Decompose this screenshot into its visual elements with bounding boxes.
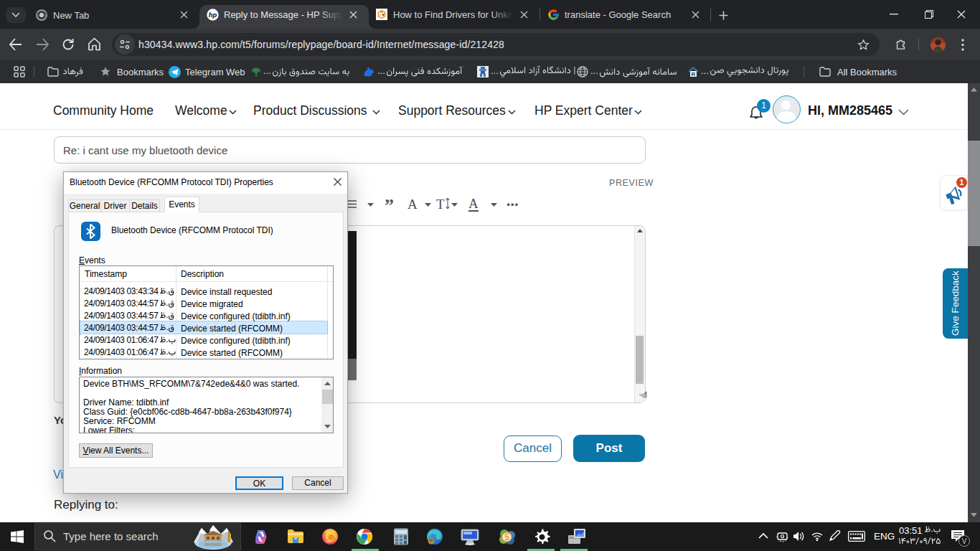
svg-text:5: 5 (504, 532, 509, 542)
svg-text:R: R (692, 71, 696, 77)
svg-text:hp: hp (209, 11, 217, 19)
